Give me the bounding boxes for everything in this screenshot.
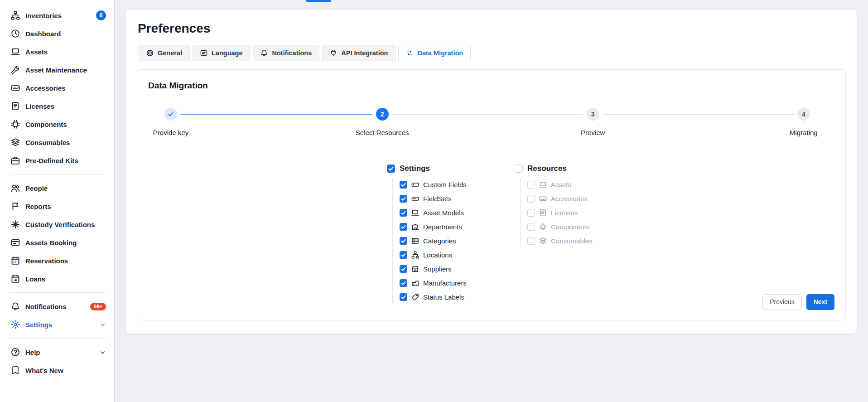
checkbox-asset-models[interactable] [400, 209, 407, 217]
step-check-icon[interactable] [164, 108, 177, 121]
checkbox-departments[interactable] [400, 223, 407, 231]
checkbox-licenses[interactable] [527, 209, 535, 217]
booking-icon [11, 238, 20, 247]
input-field-icon [411, 181, 419, 189]
people-icon [11, 184, 20, 193]
sidebar-item-consumables[interactable]: Consumables [0, 133, 114, 151]
sidebar-item-label: Notifications [25, 303, 67, 310]
sidebar-item-assets-booking[interactable]: Assets Booking [0, 233, 114, 252]
list-item-locations: Locations [400, 248, 515, 262]
sidebar-item-components[interactable]: Components [0, 115, 114, 133]
checkbox-manufacturers[interactable] [400, 279, 407, 287]
sidebar-item-label: Assets [25, 48, 48, 56]
item-label: Accessories [551, 195, 588, 203]
sidebar-item-label: Accessories [25, 84, 65, 92]
sidebar-item-settings[interactable]: Settings [0, 315, 114, 334]
stepper: Provide key2Select Resources3Preview4Mig… [148, 108, 834, 145]
sidebar-item-pre-defined-kits[interactable]: Pre-Defined Kits [0, 151, 114, 170]
tab-notifications[interactable]: Notifications [253, 45, 319, 61]
list-item-status-labels: Status Labels [400, 290, 515, 304]
list-item-categories: Categories [400, 234, 515, 248]
step-circle-preview[interactable]: 3 [587, 108, 599, 121]
item-label: Asset Models [423, 209, 464, 217]
checkbox-custom-fields[interactable] [400, 181, 407, 189]
sidebar-item-label: Assets Booking [25, 239, 77, 247]
factory-icon [411, 279, 419, 287]
sidebar-item-asset-maintenance[interactable]: Asset Maintenance [0, 61, 114, 79]
sidebar-item-notifications[interactable]: Notifications99+ [0, 297, 114, 315]
sidebar-group: HelpWhat's New [0, 343, 114, 379]
sidebar-item-custody-verifications[interactable]: Custody Verifications [0, 215, 114, 233]
checkbox-status-labels[interactable] [400, 293, 407, 301]
laptop-icon [411, 209, 419, 217]
step-circle-migrating[interactable]: 4 [797, 108, 810, 121]
checkbox-suppliers[interactable] [400, 265, 407, 273]
chip-icon [11, 120, 20, 129]
sidebar-item-assets[interactable]: Assets [0, 43, 114, 61]
checkbox-consumables[interactable] [527, 237, 535, 245]
tab-language[interactable]: Language [193, 45, 250, 61]
sidebar-item-label: Components [25, 121, 67, 128]
gear-icon [11, 320, 20, 329]
sidebar-divider [9, 174, 105, 174]
bell-icon [11, 302, 20, 311]
sidebar-item-people[interactable]: People [0, 179, 114, 197]
tab-label: API Integration [341, 49, 388, 57]
tab-data-migration[interactable]: Data Migration [398, 45, 471, 61]
inventories-icon [11, 11, 20, 20]
checkbox-locations[interactable] [400, 251, 407, 259]
data-migration-panel: Data Migration Provide key2Select Resour… [137, 69, 846, 320]
item-label: Assets [551, 181, 571, 189]
sidebar-item-reservations[interactable]: Reservations [0, 252, 114, 270]
item-label: Status Labels [423, 293, 464, 301]
sidebar-group: Inventories6DashboardAssetsAsset Mainten… [0, 6, 114, 170]
checkbox-assets[interactable] [527, 181, 535, 189]
checkbox-components[interactable] [527, 223, 535, 231]
sidebar-item-licenses[interactable]: Licenses [0, 97, 114, 115]
sidebar-divider [9, 338, 105, 339]
layers-icon [11, 138, 20, 147]
sidebar-item-dashboard[interactable]: Dashboard [0, 24, 114, 43]
list-item-departments: Departments [400, 220, 515, 234]
chip-icon [539, 223, 547, 231]
checkbox-settings[interactable] [387, 165, 395, 173]
tab-api-integration[interactable]: API Integration [322, 45, 395, 61]
checkbox-resources[interactable] [515, 165, 523, 173]
next-button[interactable]: Next [806, 294, 834, 310]
checkbox-accessories[interactable] [527, 195, 535, 203]
network-icon [411, 251, 419, 259]
sidebar-item-label: Inventories [25, 12, 62, 19]
sidebar-item-loans[interactable]: Loans [0, 270, 114, 288]
bookmark-icon [11, 366, 20, 375]
item-label: Suppliers [423, 265, 452, 273]
migration-icon [406, 49, 413, 57]
step-circle-select-resources[interactable]: 2 [376, 108, 389, 121]
sidebar-item-label: Reports [25, 203, 51, 210]
tab-general[interactable]: General [139, 45, 190, 61]
group-label: Resources [527, 164, 567, 173]
globe-icon [146, 49, 154, 57]
list-item-manufacturers: Manufacturers [400, 276, 515, 290]
sidebar-item-label: Consumables [25, 139, 70, 146]
kit-icon [11, 156, 20, 165]
sidebar-item-what-s-new[interactable]: What's New [0, 361, 114, 379]
previous-button[interactable]: Previous [762, 294, 801, 310]
item-label: FieldSets [423, 195, 452, 203]
sidebar-item-accessories[interactable]: Accessories [0, 79, 114, 97]
step-connector [603, 114, 794, 115]
help-icon [11, 348, 20, 357]
list-item-assets: Assets [527, 178, 642, 192]
sidebar-group: Notifications99+Settings [0, 297, 114, 334]
item-label: Manufacturers [423, 279, 467, 287]
sidebar-item-help[interactable]: Help [0, 343, 114, 361]
sidebar-item-label: Asset Maintenance [25, 66, 87, 74]
checkbox-categories[interactable] [400, 237, 407, 245]
chevron-down-icon [99, 349, 106, 356]
sidebar-item-inventories[interactable]: Inventories6 [0, 6, 114, 24]
table-icon [411, 237, 419, 245]
sidebar-item-reports[interactable]: Reports [0, 197, 114, 215]
tab-label: Language [212, 49, 242, 57]
step-connector [392, 114, 583, 115]
checkbox-fieldsets[interactable] [400, 195, 407, 203]
sidebar-item-label: People [25, 184, 48, 192]
